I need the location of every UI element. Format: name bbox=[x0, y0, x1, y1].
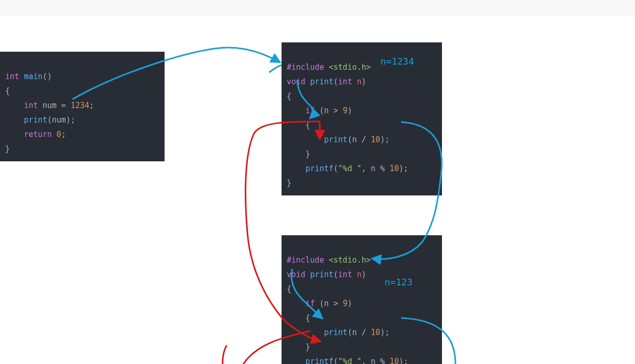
brace-open: { bbox=[287, 284, 291, 294]
kw-int: int bbox=[338, 270, 352, 279]
var-n: n bbox=[371, 357, 376, 364]
inc-stdio: <stdio.h> bbox=[329, 255, 371, 265]
var-n: n bbox=[324, 106, 329, 115]
lit-10: 10 bbox=[371, 135, 380, 144]
kw-return: return bbox=[24, 130, 52, 139]
kw-void: void bbox=[287, 77, 305, 86]
comma: , bbox=[362, 357, 371, 364]
kw-int: int bbox=[5, 72, 19, 81]
pp-include: #include bbox=[287, 255, 324, 265]
brace-open: { bbox=[287, 92, 291, 101]
indent bbox=[287, 164, 305, 173]
sp bbox=[324, 63, 329, 72]
kw-if: if bbox=[305, 299, 315, 308]
fn-print: print bbox=[310, 77, 333, 86]
close: ); bbox=[380, 135, 390, 144]
fn-print: print bbox=[310, 270, 333, 279]
kw-void: void bbox=[287, 270, 305, 279]
indent bbox=[287, 357, 305, 364]
annotation-n-123: n=123 bbox=[385, 277, 412, 287]
indent bbox=[5, 115, 24, 125]
brace-open: { bbox=[5, 86, 10, 96]
semi: ; bbox=[61, 130, 66, 139]
open: ( bbox=[47, 115, 52, 125]
sp bbox=[324, 255, 329, 265]
sp bbox=[52, 130, 56, 139]
arg-num: num bbox=[52, 115, 66, 125]
brace-close: } bbox=[287, 178, 291, 188]
code-block-main: int main() { int num = 1234; print(num);… bbox=[0, 52, 165, 161]
lit-10: 10 bbox=[371, 328, 380, 337]
close: ) bbox=[362, 270, 366, 279]
arrow-main-to-print1-tick bbox=[269, 65, 282, 72]
semi: ; bbox=[90, 101, 94, 110]
top-bar bbox=[0, 0, 635, 16]
inc-stdio: <stdio.h> bbox=[329, 63, 371, 72]
brace-close: } bbox=[5, 144, 10, 154]
lit-10: 10 bbox=[390, 357, 399, 364]
close: ); bbox=[399, 357, 408, 364]
indent bbox=[287, 120, 305, 130]
lit-1234: 1234 bbox=[70, 101, 89, 110]
open: ( bbox=[333, 357, 338, 364]
call-printf: printf bbox=[305, 164, 333, 173]
close: ) bbox=[347, 106, 352, 115]
var-n: n bbox=[371, 164, 376, 173]
call-printf: printf bbox=[305, 357, 333, 364]
fn-main: main bbox=[24, 72, 42, 81]
param-n: n bbox=[357, 270, 361, 279]
open: ( bbox=[333, 164, 338, 173]
close: ); bbox=[399, 164, 408, 173]
kw-int: int bbox=[24, 101, 38, 110]
open: ( bbox=[333, 270, 338, 279]
call-print: print bbox=[324, 135, 347, 144]
gt: > bbox=[329, 299, 343, 308]
brace-open: { bbox=[305, 120, 310, 130]
open: ( bbox=[333, 77, 338, 86]
brace-close: } bbox=[305, 149, 310, 159]
indent bbox=[287, 328, 324, 337]
indent bbox=[287, 149, 305, 159]
close: ) bbox=[347, 299, 352, 308]
code-block-print-1: #include <stdio.h> void print(int n) { i… bbox=[282, 42, 442, 195]
fmt-str: "%d " bbox=[338, 357, 361, 364]
kw-int: int bbox=[338, 77, 352, 86]
indent bbox=[5, 101, 24, 110]
eq: = bbox=[56, 101, 70, 110]
call-print: print bbox=[24, 115, 47, 125]
param-n: n bbox=[357, 77, 361, 86]
var-n: n bbox=[324, 299, 329, 308]
lit-10: 10 bbox=[390, 164, 399, 173]
close: ); bbox=[380, 328, 390, 337]
sp bbox=[305, 77, 310, 86]
sp bbox=[38, 101, 42, 110]
close: ); bbox=[66, 115, 75, 125]
open: ( bbox=[315, 106, 324, 115]
sp bbox=[305, 270, 310, 279]
arrow-return-red-2b bbox=[223, 345, 227, 364]
code-block-print-2: #include <stdio.h> void print(int n) { i… bbox=[282, 235, 442, 364]
var-num: num bbox=[42, 101, 56, 110]
kw-if: if bbox=[305, 106, 315, 115]
comma: , bbox=[362, 164, 371, 173]
annotation-n-1234: n=1234 bbox=[380, 56, 414, 67]
pp-include: #include bbox=[287, 63, 324, 72]
gt: > bbox=[329, 106, 343, 115]
indent bbox=[287, 135, 324, 144]
paren: () bbox=[42, 72, 52, 81]
indent bbox=[287, 313, 305, 323]
op-mod: % bbox=[376, 164, 390, 173]
close: ) bbox=[362, 77, 366, 86]
op-div: / bbox=[357, 135, 371, 144]
fmt-str: "%d " bbox=[338, 164, 361, 173]
indent bbox=[287, 106, 305, 115]
indent bbox=[287, 342, 305, 352]
open: ( bbox=[315, 299, 324, 308]
op-div: / bbox=[357, 328, 371, 337]
brace-close: } bbox=[305, 342, 310, 352]
indent bbox=[287, 299, 305, 308]
indent bbox=[5, 130, 24, 139]
brace-open: { bbox=[305, 313, 310, 323]
call-print: print bbox=[324, 328, 347, 337]
op-mod: % bbox=[376, 357, 390, 364]
